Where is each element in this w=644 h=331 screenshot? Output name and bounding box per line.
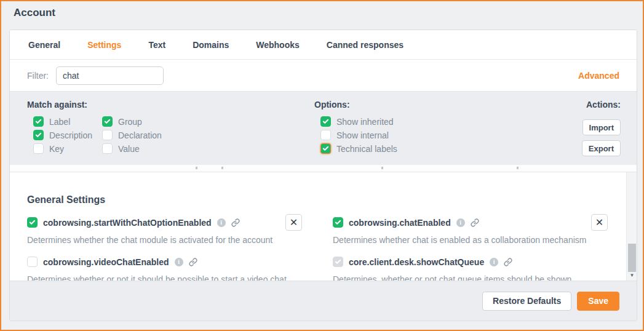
info-icon[interactable]: i bbox=[175, 258, 183, 266]
checkbox-text: Show internal bbox=[336, 130, 389, 140]
actions-block: Actions: Import Export bbox=[582, 100, 621, 156]
link-icon[interactable] bbox=[504, 258, 512, 266]
checkbox-text: Show inherited bbox=[336, 117, 394, 127]
show-inherited-checkbox[interactable] bbox=[320, 116, 331, 127]
technical-labels-checkbox[interactable] bbox=[320, 143, 331, 154]
tab-bar: General Settings Text Domains Webhooks C… bbox=[10, 30, 637, 60]
setting-key: cobrowsing.videoChatEnabled bbox=[43, 257, 169, 267]
text-fragment bbox=[517, 167, 519, 169]
export-button[interactable]: Export bbox=[582, 140, 621, 156]
scroll-up-arrow[interactable]: ▲ bbox=[627, 172, 637, 175]
options-heading: Options: bbox=[314, 100, 397, 110]
scrollbar[interactable]: ▲ ▼ bbox=[626, 172, 637, 281]
checkbox-show-internal[interactable]: Show internal bbox=[320, 130, 397, 140]
actions-heading: Actions: bbox=[582, 100, 621, 110]
checkbox-label[interactable]: Label bbox=[33, 116, 102, 127]
setting-row: cobrowsing.chatEnabled i ✕ Determines wh… bbox=[333, 214, 608, 245]
text-fragment bbox=[381, 167, 383, 169]
remove-setting-button[interactable]: ✕ bbox=[285, 214, 302, 231]
setting-row: core.client.desk.showChatQueue i ✕ Deter… bbox=[333, 253, 608, 281]
setting-checkbox[interactable] bbox=[333, 217, 343, 228]
info-icon[interactable]: i bbox=[490, 258, 498, 266]
text-fragment bbox=[221, 167, 223, 169]
checkbox-show-inherited[interactable]: Show inherited bbox=[320, 116, 397, 127]
checkbox-key[interactable]: Key bbox=[33, 143, 102, 154]
filter-input[interactable] bbox=[56, 66, 164, 85]
clipped-row bbox=[10, 165, 637, 172]
show-internal-checkbox[interactable] bbox=[320, 130, 331, 140]
setting-checkbox[interactable] bbox=[27, 257, 38, 267]
options-block: Options: Show inherited Show internal Te… bbox=[314, 100, 397, 154]
setting-head: cobrowsing.chatEnabled i ✕ bbox=[333, 214, 608, 231]
scrollbar-thumb[interactable] bbox=[628, 244, 636, 272]
checkbox-group[interactable]: Group bbox=[102, 116, 162, 127]
section-heading: General Settings bbox=[27, 194, 637, 205]
setting-checkbox[interactable] bbox=[333, 257, 343, 267]
value-checkbox[interactable] bbox=[102, 143, 113, 154]
tab-text[interactable]: Text bbox=[148, 40, 165, 50]
setting-row: cobrowsing.startWithChatOptionEnabled i … bbox=[27, 214, 302, 245]
setting-checkbox[interactable] bbox=[27, 217, 38, 228]
scroll-down-arrow[interactable]: ▼ bbox=[627, 271, 637, 279]
link-icon[interactable] bbox=[471, 218, 479, 227]
options-list: Show inherited Show internal Technical l… bbox=[320, 116, 397, 154]
tab-settings[interactable]: Settings bbox=[87, 40, 121, 50]
setting-head: core.client.desk.showChatQueue i ✕ bbox=[333, 253, 608, 270]
checkbox-value[interactable]: Value bbox=[102, 143, 162, 154]
settings-scroll-area: General Settings cobrowsing.startWithCha… bbox=[10, 172, 637, 281]
declaration-checkbox[interactable] bbox=[102, 130, 113, 140]
checkbox-text: Label bbox=[49, 117, 70, 127]
setting-key: cobrowsing.chatEnabled bbox=[349, 218, 451, 228]
tab-domains[interactable]: Domains bbox=[193, 40, 229, 50]
settings-card: General Settings Text Domains Webhooks C… bbox=[9, 30, 637, 321]
tab-canned-responses[interactable]: Canned responses bbox=[327, 40, 403, 50]
group-checkbox[interactable] bbox=[102, 116, 113, 127]
settings-grid: cobrowsing.startWithChatOptionEnabled i … bbox=[10, 214, 626, 281]
setting-description: Determines whether chat is enabled as a … bbox=[333, 235, 608, 245]
checkbox-text: Group bbox=[118, 117, 142, 127]
checkbox-technical-labels[interactable]: Technical labels bbox=[320, 143, 397, 154]
setting-head: cobrowsing.startWithChatOptionEnabled i … bbox=[27, 214, 302, 231]
description-checkbox[interactable] bbox=[33, 130, 44, 140]
checkbox-text: Value bbox=[118, 144, 140, 154]
setting-row: cobrowsing.videoChatEnabled i ✕ Determin… bbox=[27, 253, 302, 281]
setting-head: cobrowsing.videoChatEnabled i ✕ bbox=[27, 253, 302, 270]
match-against-grid: Label Group Description Declaration bbox=[33, 116, 162, 154]
checkbox-text: Key bbox=[49, 144, 64, 154]
tab-webhooks[interactable]: Webhooks bbox=[256, 40, 300, 50]
text-fragment bbox=[196, 167, 197, 169]
tab-general[interactable]: General bbox=[28, 40, 60, 50]
match-against-block: Match against: Label Group Description bbox=[27, 100, 162, 154]
label-checkbox[interactable] bbox=[33, 116, 44, 127]
filter-options-panel: Match against: Label Group Description bbox=[10, 91, 637, 165]
match-against-heading: Match against: bbox=[27, 100, 162, 110]
import-button[interactable]: Import bbox=[582, 119, 621, 135]
setting-description: Determines, whether or not chat queue it… bbox=[333, 274, 608, 281]
checkbox-text: Declaration bbox=[118, 130, 162, 140]
setting-description: Determines whether or not it should be p… bbox=[27, 274, 302, 281]
remove-setting-button[interactable]: ✕ bbox=[591, 214, 608, 231]
restore-defaults-button[interactable]: Restore Defaults bbox=[482, 292, 571, 311]
page-title: Account bbox=[14, 7, 55, 19]
checkbox-text: Technical labels bbox=[336, 144, 397, 154]
checkbox-text: Description bbox=[49, 130, 92, 140]
checkbox-description[interactable]: Description bbox=[33, 130, 102, 140]
account-window: Account General Settings Text Domains We… bbox=[0, 0, 644, 331]
footer-bar: Restore Defaults Save bbox=[10, 281, 637, 321]
advanced-link[interactable]: Advanced bbox=[578, 71, 619, 81]
filter-label: Filter: bbox=[27, 71, 49, 81]
info-icon[interactable]: i bbox=[456, 218, 465, 227]
key-checkbox[interactable] bbox=[33, 143, 44, 154]
filter-row: Filter: Advanced bbox=[10, 60, 637, 91]
link-icon[interactable] bbox=[189, 258, 197, 266]
setting-key: core.client.desk.showChatQueue bbox=[349, 257, 484, 267]
save-button[interactable]: Save bbox=[577, 292, 619, 311]
checkbox-declaration[interactable]: Declaration bbox=[102, 130, 162, 140]
link-icon[interactable] bbox=[231, 218, 240, 227]
info-icon[interactable]: i bbox=[217, 218, 226, 227]
setting-description: Determines whether the chat module is ac… bbox=[27, 235, 302, 245]
setting-key: cobrowsing.startWithChatOptionEnabled bbox=[43, 218, 212, 228]
